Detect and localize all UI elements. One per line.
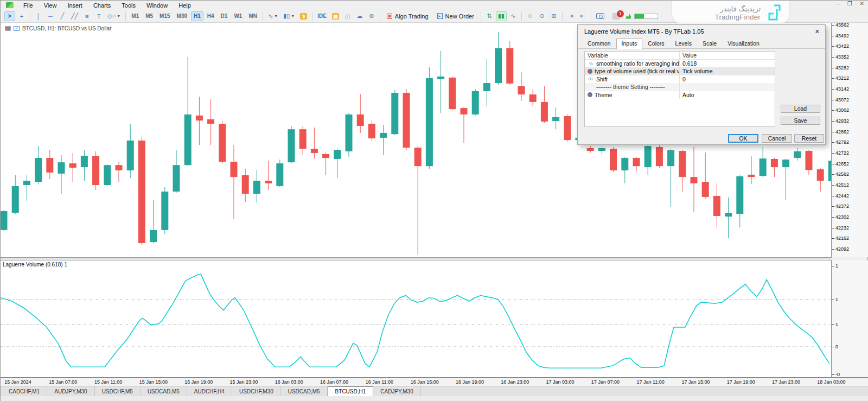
load-button[interactable]: Load xyxy=(781,105,820,113)
ok-button[interactable]: OK xyxy=(728,134,758,143)
dialog-title[interactable]: Laguerre Volume Index MT5 - By TFLab 1.0… xyxy=(578,25,825,38)
cloud-button[interactable]: ☁ xyxy=(354,11,365,21)
screenshot-button[interactable] xyxy=(594,11,607,21)
chart-tab-usdchf-m5[interactable]: USDCHF,M5 xyxy=(95,386,141,396)
chart-tab-usdcad-m5[interactable]: USDCAD,M5 xyxy=(281,386,328,396)
time-axis-label: 15 Jan 07:00 xyxy=(49,379,77,385)
indicator-axis[interactable]: 1110-0 xyxy=(832,260,868,377)
price-axis-label: 42372 xyxy=(832,203,849,209)
equidistant-channel-tool[interactable]: ≡ xyxy=(81,11,92,21)
candle-chart-type[interactable]: ▮▯▼ xyxy=(281,11,297,21)
menu-file[interactable]: File xyxy=(18,2,39,9)
time-axis-label: 16 Jan 23:00 xyxy=(501,379,529,385)
tile-windows[interactable]: ⊞ xyxy=(548,11,559,21)
menu-tools[interactable]: Tools xyxy=(116,2,141,9)
camera-icon xyxy=(596,13,604,19)
text-tool[interactable]: T xyxy=(93,11,104,21)
bars-mode[interactable]: ▮▮ xyxy=(496,11,507,21)
shapes-tool[interactable]: ◇○▼ xyxy=(105,11,123,21)
table-row[interactable]: -------- theme Setting -------- xyxy=(585,83,775,91)
timeframe-m30[interactable]: M30 xyxy=(174,11,190,21)
chart-tab-cadchf-m1[interactable]: CADCHF,M1 xyxy=(2,386,47,396)
line-mode[interactable]: ∿ xyxy=(508,11,519,21)
trendline-tool[interactable]: ╱ xyxy=(57,11,68,21)
channel-tool[interactable]: ╱╱ xyxy=(69,11,80,21)
notification-bell-icon[interactable]: 1 xyxy=(612,13,620,20)
shift-back-button[interactable]: ⇤ xyxy=(577,11,588,21)
timeframe-h1[interactable]: H1 xyxy=(191,11,203,21)
parameter-value[interactable]: Tick volume xyxy=(680,68,775,74)
dialog-tab-scale[interactable]: Scale xyxy=(697,39,722,48)
dialog-close-icon[interactable]: ✕ xyxy=(815,28,820,35)
algo-trading-button[interactable]: Algo Trading xyxy=(383,11,432,21)
line-chart-type[interactable]: ∿▼ xyxy=(266,11,280,21)
price-axis[interactable]: 4356243492434224335243282432124314243072… xyxy=(832,23,868,257)
ide-button[interactable]: IDE xyxy=(315,11,329,21)
dialog-tab-inputs[interactable]: Inputs xyxy=(616,39,643,49)
menu-window[interactable]: Window xyxy=(141,2,173,9)
save-button[interactable]: Save xyxy=(781,117,820,125)
market-button[interactable]: ▤ xyxy=(330,11,341,21)
restore-button[interactable]: ❐ xyxy=(847,1,852,7)
tick-chart-mode[interactable]: ⇅ xyxy=(484,11,495,21)
table-row[interactable]: ThemeAuto xyxy=(585,91,775,99)
parameter-value[interactable]: 0 xyxy=(680,76,775,82)
chart-tab-btcusd-h1[interactable]: BTCUSD,H1 xyxy=(328,386,374,396)
zoom-in-icon: ⊕ xyxy=(527,12,532,20)
indicator-pane[interactable]: Laguerre Volume (0.618) 1 xyxy=(1,260,832,377)
menu-insert[interactable]: Insert xyxy=(62,2,88,9)
table-row[interactable]: 01Shift0 xyxy=(585,75,775,84)
crosshair-tool[interactable]: + xyxy=(16,11,27,21)
chart-tab-cadjpy-m30[interactable]: CADJPY,M30 xyxy=(373,386,420,396)
dialog-tab-colors[interactable]: Colors xyxy=(642,39,669,48)
inputs-table[interactable]: VariableValue¼smoothing ratio for averag… xyxy=(584,51,775,127)
menu-charts[interactable]: Charts xyxy=(88,2,116,9)
horizontal-line-tool[interactable]: ─ xyxy=(45,11,56,21)
close-button[interactable]: ✕ xyxy=(860,1,864,7)
menu-view[interactable]: View xyxy=(39,2,62,9)
algo-trading-button-label: Algo Trading xyxy=(395,13,429,20)
parameter-value[interactable]: 0.618 xyxy=(680,60,775,67)
chart-tab-audchf-h4[interactable]: AUDCHF,H4 xyxy=(187,386,232,396)
timeframe-d1[interactable]: D1 xyxy=(218,11,231,21)
dialog-tab-levels[interactable]: Levels xyxy=(670,39,697,48)
menu-help[interactable]: Help xyxy=(173,2,196,9)
reset-button[interactable]: Reset xyxy=(794,134,824,143)
timeframe-m1[interactable]: M1 xyxy=(129,11,142,21)
chart-header: ✓ BTCUSD, H1: BTCUSD vs US Dollar xyxy=(5,26,111,31)
cursor-tool[interactable]: ➤ xyxy=(4,11,15,21)
timeframe-w1[interactable]: W1 xyxy=(231,11,245,21)
chart-tab-usdchf-m30[interactable]: USDCHF,M30 xyxy=(232,386,281,396)
zoom-out[interactable]: ⊖ xyxy=(537,11,547,21)
tick-chart-mode-icon: ⇅ xyxy=(487,12,492,20)
cancel-button[interactable]: Cancel xyxy=(762,134,792,143)
table-row[interactable]: type of volume used (tick or real volume… xyxy=(585,67,775,75)
community-button[interactable]: ⊕ xyxy=(366,11,377,21)
minimize-button[interactable]: – xyxy=(837,1,840,7)
chart-tab-audjpy-m30[interactable]: AUDJPY,M30 xyxy=(47,386,94,396)
time-axis-label: 15 Jan 11:00 xyxy=(94,379,122,385)
signals-button[interactable]: (ı) xyxy=(342,11,353,21)
shift-end-button[interactable]: ⇥ xyxy=(565,11,576,21)
time-axis[interactable]: 15 Jan 202415 Jan 07:0015 Jan 11:0015 Ja… xyxy=(1,377,868,386)
laguerre-volume-chart[interactable] xyxy=(1,260,832,377)
timeframe-mn[interactable]: MN xyxy=(246,11,260,21)
price-axis-label: 42722 xyxy=(832,150,849,156)
timeframe-m15[interactable]: M15 xyxy=(157,11,173,21)
vertical-line-tool[interactable]: │ xyxy=(33,11,44,21)
timeframe-m5[interactable]: M5 xyxy=(143,11,156,21)
dialog-tab-common[interactable]: Common xyxy=(582,39,616,48)
indicator-axis-label: 1 xyxy=(832,263,838,269)
dialog-tab-visualization[interactable]: Visualization xyxy=(722,39,765,48)
parameter-value[interactable]: Auto xyxy=(680,92,775,98)
zoom-in[interactable]: ⊕ xyxy=(525,11,535,21)
chevron-down-icon: ▼ xyxy=(274,14,278,18)
table-row[interactable]: ¼smoothing ratio for averaging indicator… xyxy=(585,60,775,68)
new-order-button-label: New Order xyxy=(445,13,474,20)
price-axis-label: 43072 xyxy=(832,97,849,103)
timeframe-h4[interactable]: H4 xyxy=(205,11,217,21)
quotes-button[interactable]: $ xyxy=(298,11,309,21)
new-order-button[interactable]: ▸New Order xyxy=(433,11,478,21)
chart-tab-usdcad-m5[interactable]: USDCAD,M5 xyxy=(141,386,187,396)
equidistant-channel-tool-icon: ≡ xyxy=(85,13,88,20)
